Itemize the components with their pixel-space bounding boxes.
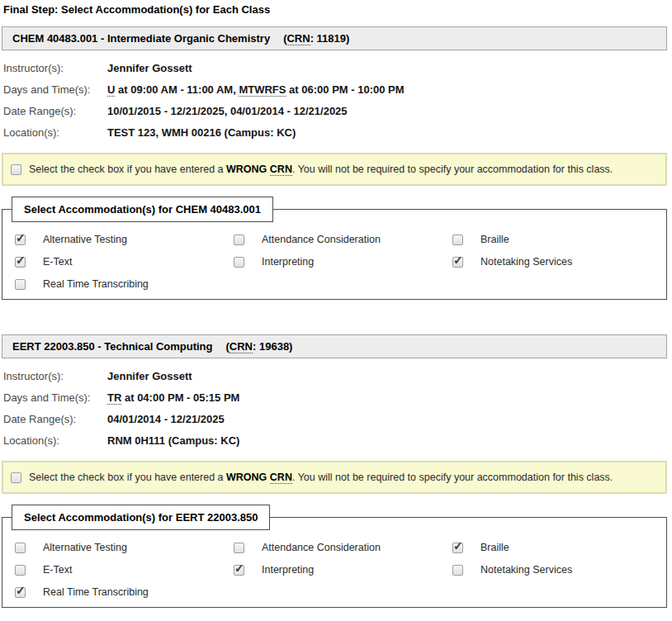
accommodation-item[interactable]: ✓ Real Time Transcribing: [15, 278, 234, 290]
crn-value: : 19638): [253, 340, 292, 353]
accommodation-checkbox[interactable]: ✓: [15, 257, 26, 268]
warning-bold-wrong: WRONG: [226, 164, 270, 175]
warning-prefix: Select the check box if you have entered…: [29, 472, 226, 483]
accommodation-checkbox[interactable]: ✓: [234, 543, 244, 553]
detail-row-days: Days and Time(s): U at 09:00 AM - 11:00 …: [2, 78, 667, 100]
wrong-crn-warning: ✓ Select the check box if you have enter…: [2, 153, 667, 186]
accommodation-item[interactable]: ✓ Interpreting: [234, 256, 452, 268]
accommodation-checkbox[interactable]: ✓: [452, 565, 463, 576]
days-abbr: U: [107, 83, 115, 97]
instructor-value: Jennifer Gossett: [107, 62, 192, 74]
checkmark-icon: ✓: [16, 585, 26, 596]
detail-row-location: Location(s): RNM 0H111 (Campus: KC): [2, 429, 667, 451]
crn-group: (CRN: 19638): [226, 340, 293, 353]
accommodation-item[interactable]: ✓ Braille: [452, 542, 666, 553]
accommodation-item[interactable]: ✓ Braille: [452, 234, 666, 245]
wrong-crn-checkbox[interactable]: ✓: [11, 164, 21, 175]
accommodations-fieldset-chem: Select Accommodation(s) for CHEM 40483.0…: [2, 197, 667, 300]
crn-abbr: CRN: [286, 32, 310, 45]
accommodation-checkbox[interactable]: ✓: [15, 235, 26, 245]
warning-crn-abbr: CRN: [270, 472, 292, 484]
accommodation-checkbox[interactable]: ✓: [15, 279, 26, 290]
checkmark-icon: ✓: [234, 562, 244, 574]
warning-crn-abbr: CRN: [270, 164, 292, 176]
page-title: Final Step: Select Accommodation(s) for …: [3, 3, 667, 16]
accommodation-label: Real Time Transcribing: [43, 586, 149, 598]
accommodation-checkbox[interactable]: ✓: [234, 565, 244, 576]
wrong-crn-warning-text: Select the check box if you have entered…: [29, 472, 613, 483]
location-label: Location(s):: [2, 434, 107, 447]
detail-row-instructor: Instructor(s): Jennifer Gossett: [2, 365, 667, 386]
checkmark-icon: ✓: [16, 254, 26, 266]
accommodation-item[interactable]: ✓ E-Text: [15, 564, 234, 576]
checkmark-icon: ✓: [16, 232, 26, 244]
location-value: RNM 0H111 (Campus: KC): [107, 434, 239, 447]
accommodation-label: Interpreting: [262, 256, 314, 268]
accommodation-label: Real Time Transcribing: [43, 278, 149, 290]
date-range-value: 10/01/2015 - 12/21/2025, 04/01/2014 - 12…: [107, 105, 348, 117]
accommodation-checkbox[interactable]: ✓: [15, 543, 26, 553]
date-range-label: Date Range(s):: [2, 105, 107, 117]
location-label: Location(s):: [2, 126, 107, 139]
accommodations-legend: Select Accommodation(s) for CHEM 40483.0…: [12, 197, 273, 222]
accommodation-label: Attendance Consideration: [262, 542, 381, 553]
detail-row-days: Days and Time(s): TR at 04:00 PM - 05:15…: [2, 386, 667, 408]
accommodation-item[interactable]: ✓ Notetaking Services: [452, 256, 666, 268]
accommodation-item[interactable]: ✓ Alternative Testing: [15, 542, 234, 553]
accommodation-label: Alternative Testing: [43, 542, 127, 553]
wrong-crn-checkbox[interactable]: ✓: [11, 472, 21, 483]
checkmark-icon: ✓: [453, 254, 463, 266]
days-value: U at 09:00 AM - 11:00 AM, MTWRFS at 06:0…: [107, 83, 405, 96]
accommodation-label: Braille: [480, 542, 509, 553]
instructor-label: Instructor(s):: [2, 370, 107, 382]
accommodation-label: Braille: [480, 234, 509, 245]
accommodation-checkbox[interactable]: ✓: [452, 543, 463, 553]
accommodation-item[interactable]: ✓ Alternative Testing: [15, 234, 234, 245]
days-text: at 06:00 PM - 10:00 PM: [286, 83, 404, 96]
days-label: Days and Time(s):: [2, 83, 107, 96]
class-details: Instructor(s): Jennifer Gossett Days and…: [2, 365, 667, 451]
accommodation-item[interactable]: ✓ Attendance Consideration: [234, 234, 452, 245]
warning-prefix: Select the check box if you have entered…: [29, 164, 226, 175]
accommodation-item[interactable]: ✓ E-Text: [15, 256, 234, 268]
date-range-label: Date Range(s):: [2, 413, 107, 425]
accommodations-fieldset-eert: Select Accommodation(s) for EERT 22003.8…: [2, 505, 667, 608]
accommodation-item[interactable]: ✓ Notetaking Services: [452, 564, 666, 576]
days-label: Days and Time(s):: [2, 391, 107, 404]
class-section-chem: CHEM 40483.001 - Intermediate Organic Ch…: [2, 26, 667, 300]
crn-value: : 11819): [310, 32, 350, 45]
warning-suffix: . You will not be required to specify yo…: [292, 472, 613, 483]
accommodation-label: Notetaking Services: [480, 564, 572, 576]
detail-row-location: Location(s): TEST 123, WMH 00216 (Campus…: [2, 121, 667, 143]
days-text: at 04:00 PM - 05:15 PM: [121, 391, 239, 404]
accommodation-checkbox[interactable]: ✓: [234, 235, 244, 245]
location-value: TEST 123, WMH 00216 (Campus: KC): [107, 126, 296, 139]
accommodation-item[interactable]: ✓ Attendance Consideration: [234, 542, 452, 553]
warning-suffix: . You will not be required to specify yo…: [292, 164, 613, 175]
accommodation-label: Notetaking Services: [480, 256, 572, 268]
class-section-eert: EERT 22003.850 - Technical Computing(CRN…: [2, 334, 667, 608]
accommodation-checkbox[interactable]: ✓: [452, 257, 463, 268]
accommodation-checkbox[interactable]: ✓: [15, 565, 26, 576]
course-title: CHEM 40483.001 - Intermediate Organic Ch…: [12, 32, 270, 45]
page-content: Final Step: Select Accommodation(s) for …: [0, 0, 670, 608]
warning-bold-wrong: WRONG: [226, 472, 270, 483]
accommodations-grid: ✓ Alternative Testing ✓ Attendance Consi…: [15, 542, 666, 598]
accommodation-checkbox[interactable]: ✓: [15, 587, 26, 598]
accommodation-checkbox[interactable]: ✓: [452, 235, 463, 245]
instructor-value: Jennifer Gossett: [107, 370, 192, 382]
accommodation-item[interactable]: ✓ Interpreting: [234, 564, 452, 576]
detail-row-date-range: Date Range(s): 10/01/2015 - 12/21/2025, …: [2, 100, 667, 121]
accommodations-grid: ✓ Alternative Testing ✓ Attendance Consi…: [15, 234, 666, 290]
days-text: at 09:00 AM - 11:00 AM,: [115, 83, 239, 96]
wrong-crn-warning: ✓ Select the check box if you have enter…: [2, 461, 667, 494]
crn-group: (CRN: 11819): [283, 32, 349, 45]
accommodation-item[interactable]: ✓ Real Time Transcribing: [15, 586, 234, 598]
class-header-bar: EERT 22003.850 - Technical Computing(CRN…: [2, 334, 667, 358]
days-abbr: TR: [107, 391, 121, 405]
accommodation-checkbox[interactable]: ✓: [234, 257, 244, 268]
detail-row-instructor: Instructor(s): Jennifer Gossett: [2, 57, 667, 78]
accommodation-label: Interpreting: [262, 564, 314, 576]
detail-row-date-range: Date Range(s): 04/01/2014 - 12/21/2025: [2, 408, 667, 429]
accommodation-label: E-Text: [43, 564, 72, 576]
